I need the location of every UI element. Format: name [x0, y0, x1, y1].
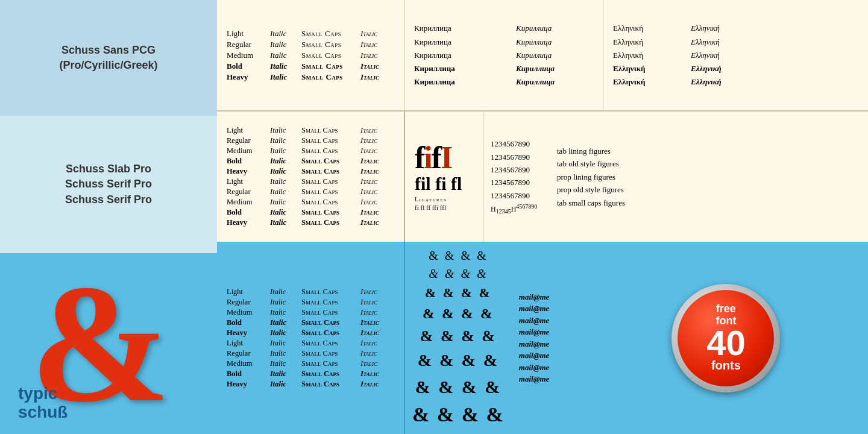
weight-label: Medium	[227, 51, 265, 60]
subscript-row: H12345H4567890	[491, 202, 542, 216]
sc-label: Small Caps	[301, 40, 356, 49]
italic-label: Italic	[270, 29, 297, 39]
badge-container: freefont 40 fonts	[584, 242, 868, 434]
feature-label: tab small caps figures	[557, 197, 625, 209]
italic-label: Italic	[270, 359, 297, 368]
sc-italic-label: Italic	[360, 61, 387, 71]
feature-label: prop lining figures	[557, 171, 625, 183]
mail-row: mail@me	[519, 315, 577, 327]
table-row: Ελληνική	[613, 49, 671, 62]
amp-row: & & & &	[412, 400, 505, 429]
sc-italic-label: Italic	[360, 288, 387, 297]
sc-label: Small Caps	[301, 167, 356, 176]
sc-italic-label: Italic	[360, 146, 387, 156]
mail-row: mail@me	[519, 338, 577, 350]
row-bottom: Light Italic Small Caps Italic Regular I…	[217, 242, 868, 434]
sc-italic-label: Italic	[360, 157, 387, 166]
table-row: Ελληνική	[613, 22, 671, 35]
badge-inner: freefont 40 fonts	[678, 290, 774, 386]
greek-italic-column: Ελληνική Ελληνική Ελληνική Ελληνική Ελλη…	[681, 0, 760, 110]
table-row: Ελληνική	[691, 36, 750, 49]
weight-label: Heavy	[227, 72, 265, 82]
italic-label: Italic	[270, 318, 297, 327]
amp-row: & & & &	[418, 348, 499, 373]
sidebar-middle: Schuss Slab Pro Schuss Serif Pro Schuss …	[0, 116, 217, 253]
italic-label: Italic	[270, 167, 297, 176]
brand-line2: schuß	[18, 403, 68, 422]
sc-label: Small Caps	[301, 198, 356, 207]
table-row: Кириллица	[516, 62, 593, 75]
weight-label: Light	[227, 29, 265, 39]
table-row: Ελληνική	[613, 36, 671, 49]
sc-italic-label: Italic	[360, 308, 387, 317]
sc-label: Small Caps	[301, 339, 356, 348]
features-panel-middle: fifI fil fi fl Ligatures fi fl ff ffi ff…	[404, 112, 868, 242]
sc-label: Small Caps	[301, 51, 356, 60]
ligature-chars: fi fl ff ffi ffl	[415, 204, 446, 211]
row-middle: Light Italic Small Caps Italic Regular I…	[217, 110, 868, 242]
cyrillic-italic-column: Кириллица Кириллица Кириллица Кириллица …	[506, 0, 603, 110]
sc-label: Small Caps	[301, 318, 356, 327]
sc-label: Small Caps	[301, 329, 356, 338]
table-row: Кириллица	[516, 22, 593, 35]
sc-label: Small Caps	[301, 126, 356, 135]
sc-italic-label: Italic	[360, 359, 387, 368]
sc-italic-label: Italic	[360, 177, 387, 186]
italic-label: Italic	[270, 308, 297, 317]
weight-label: Regular	[227, 187, 265, 197]
badge-outer: freefont 40 fonts	[671, 284, 780, 392]
mail-row: mail@me	[519, 362, 577, 374]
weight-label: Bold	[227, 370, 265, 379]
table-row: Regular Italic Small Caps Italic	[227, 297, 394, 307]
italic-label: Italic	[270, 208, 297, 217]
weight-label: Light	[227, 177, 265, 186]
weight-table-bottom: Light Italic Small Caps Italic Regular I…	[217, 242, 404, 434]
sc-italic-label: Italic	[360, 40, 387, 49]
numbers-column: 1234567890 1234567890 1234567890 1234567…	[483, 112, 550, 242]
mail-row: mail@me	[519, 350, 577, 362]
weight-label: Bold	[227, 318, 265, 327]
sc-label: Small Caps	[301, 349, 356, 358]
sc-italic-label: Italic	[360, 126, 387, 135]
fil-fi-fl: fil fi fl	[415, 174, 462, 193]
weight-label: Heavy	[227, 329, 265, 338]
mail-row: mail@me	[519, 303, 577, 315]
table-row: Heavy Italic Small Caps Italic	[227, 379, 394, 389]
weight-label: Bold	[227, 61, 265, 71]
number-row: 1234567890	[491, 137, 542, 150]
font-name-serif1: Schuss Serif Pro	[65, 177, 152, 192]
amp-row: & & & &	[429, 265, 488, 283]
font-name-slab: Schuss Slab Pro	[65, 162, 152, 177]
table-row: Кириллица	[414, 36, 497, 49]
amp-row: & & & &	[429, 247, 488, 265]
table-row: Bold Italic Small Caps Italic	[227, 61, 394, 72]
sc-italic-label: Italic	[360, 72, 387, 82]
weight-label: Heavy	[227, 380, 265, 389]
font-name-sans: Schuss Sans PCG(Pro/Cyrillic/Greek)	[59, 43, 157, 73]
feature-label: tab lining figures	[557, 145, 625, 157]
table-row: Regular Italic Small Caps Italic	[227, 348, 394, 359]
table-row: Light Italic Small Caps Italic	[227, 125, 394, 136]
sc-label: Small Caps	[301, 288, 356, 297]
sc-italic-label: Italic	[360, 370, 387, 379]
italic-label: Italic	[270, 288, 297, 297]
mail-row: mail@me	[519, 326, 577, 338]
italic-label: Italic	[270, 380, 297, 389]
table-row: Кириллица	[516, 49, 593, 62]
sc-label: Small Caps	[301, 218, 356, 227]
table-row: Heavy Italic Small Caps Italic	[227, 218, 394, 228]
sc-label: Small Caps	[301, 380, 356, 389]
table-row: Bold Italic Small Caps Italic	[227, 369, 394, 379]
sc-label: Small Caps	[301, 146, 356, 156]
table-row: Regular Italic Small Caps Italic	[227, 39, 394, 50]
amp-row: & & & &	[420, 324, 497, 348]
weight-label: Bold	[227, 157, 265, 166]
bottom-right-panel: & & & & & & & & & & & & & & & & & & & & …	[404, 242, 868, 434]
table-row: Ελληνική	[613, 62, 671, 75]
table-row: Ελληνική	[613, 75, 671, 89]
content-right: Light Italic Small Caps Italic Regular I…	[217, 0, 868, 434]
table-row: Кириллица	[516, 36, 593, 49]
sc-label: Small Caps	[301, 136, 356, 145]
badge-fonts-label: fonts	[711, 359, 741, 373]
sc-label: Small Caps	[301, 370, 356, 379]
